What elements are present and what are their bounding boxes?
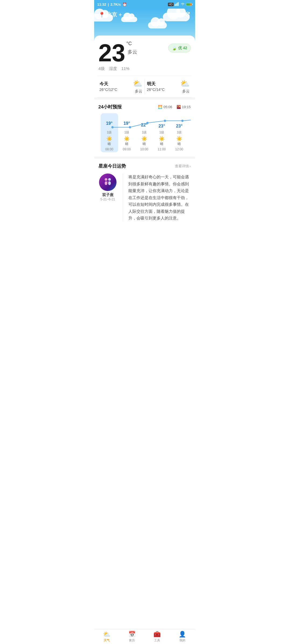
temp-unit: °C [126, 41, 132, 46]
hour-3-condition: 晴 [143, 142, 146, 146]
tomorrow-weather-icon: ⛅ [180, 79, 190, 88]
hour-1-condition: 晴 [108, 142, 111, 146]
forecast-row: 今天 26°C/12°C ⛅ 多云 明天 26°C/14°C ⛅ 多云 [97, 76, 192, 97]
sun-times: 🌅 05:06 🌇 19:15 [158, 105, 191, 109]
temperature: 23 [98, 41, 125, 65]
sunset-time: 🌇 19:15 [177, 105, 191, 109]
chart-row: 19° 1级 ☀️ 晴 08:00 19° 1级 ☀️ 晴 09:00 22° [98, 113, 191, 152]
today-label: 今天 [100, 81, 117, 87]
humidity-label: 湿度 [109, 66, 117, 71]
sunset-icon: 🌇 [177, 105, 181, 109]
svg-point-7 [164, 120, 166, 122]
hourly-scroll[interactable]: 19° 1级 ☀️ 晴 08:00 19° 1级 ☀️ 晴 09:00 22° [98, 113, 191, 152]
aqi-leaf-icon: 🍃 [172, 45, 177, 51]
hourly-inner: 19° 1级 ☀️ 晴 08:00 19° 1级 ☀️ 晴 09:00 22° [98, 113, 191, 152]
section-24h-header: 24小时预报 🌅 05:06 🌇 19:15 [98, 104, 191, 110]
hour-3-icon: ☀️ [141, 136, 147, 142]
tomorrow-temps: 26°C/14°C [147, 87, 165, 92]
signal-icon [175, 2, 179, 7]
temp-left: 23 °C 多云 [98, 41, 137, 65]
alarm-icon: ⏰ [122, 2, 127, 6]
wind-humidity: 4级 湿度 11% [98, 66, 191, 71]
hour-4-time: 11:00 [158, 147, 166, 151]
hour-3-time: 10:00 [140, 147, 148, 151]
weather-card: 23 °C 多云 🍃 优 42 4级 湿度 11% 今天 26° [94, 36, 195, 97]
network-speed: 2.7K/s [110, 2, 121, 6]
hour-1-icon: ☀️ [106, 136, 112, 142]
hour-2-condition: 晴 [125, 142, 128, 146]
city-name: 北京 [106, 11, 117, 18]
chevron-right-icon: › [189, 164, 191, 168]
sign-divider [123, 174, 123, 222]
horoscope-sign[interactable]: 双子座 5-21~6-21 [98, 174, 117, 222]
hour-2-icon: ☀️ [124, 136, 130, 142]
hour-5-icon: ☀️ [176, 136, 182, 142]
horoscope-section: 星座今日运势 查看详情 › 双子座 5-21~6-2 [94, 159, 195, 226]
aqi-badge[interactable]: 🍃 优 42 [168, 44, 191, 52]
tomorrow-right: ⛅ 多云 [180, 79, 190, 94]
today-right: ⛅ 多云 [133, 79, 142, 94]
view-detail-label: 查看详情 [175, 164, 189, 169]
section-24h: 24小时预报 🌅 05:06 🌇 19:15 [94, 100, 195, 157]
sunrise-time: 🌅 05:06 [158, 105, 172, 109]
hour-2-time: 09:00 [123, 147, 131, 151]
sign-icon [99, 174, 117, 191]
battery-icon [186, 3, 192, 6]
tomorrow-label: 明天 [147, 81, 165, 87]
location-pin-icon: 📍 [98, 12, 105, 18]
nav-spacer [94, 226, 195, 243]
time: 11:32 [97, 2, 106, 6]
sunrise-value: 05:06 [163, 105, 172, 109]
status-bar: 11:32 | 2.7K/s ⏰ HD [94, 0, 195, 9]
today-forecast[interactable]: 今天 26°C/12°C ⛅ 多云 [97, 79, 144, 94]
hd-badge: HD [168, 3, 173, 6]
today-temps: 26°C/12°C [100, 87, 117, 92]
temp-section: 23 °C 多云 🍃 优 42 [98, 41, 191, 65]
horoscope-title: 星座今日运势 [98, 163, 126, 169]
sign-name: 双子座 [102, 193, 114, 197]
horoscope-text: 将是充满好奇心的一天，可能会遇到很多新鲜有趣的事情。你会感到能量充沛，让你充满动… [128, 174, 191, 222]
refresh-button[interactable] [184, 11, 191, 19]
svg-rect-0 [175, 4, 175, 6]
hour-5-condition: 晴 [178, 142, 181, 146]
wifi-icon [181, 2, 185, 6]
separator: | [108, 2, 109, 6]
location-title[interactable]: 📍 北京 + [98, 11, 122, 18]
tomorrow-forecast[interactable]: 明天 26°C/14°C ⛅ 多云 [144, 79, 192, 94]
svg-point-6 [146, 122, 149, 124]
tomorrow-condition: 多云 [182, 89, 190, 94]
horoscope-header: 星座今日运势 查看详情 › [98, 163, 191, 169]
sunset-value: 19:15 [182, 105, 191, 109]
svg-point-8 [181, 120, 184, 122]
svg-rect-2 [177, 3, 178, 6]
sign-dates: 5-21~6-21 [100, 197, 115, 201]
hour-5-time: 12:00 [175, 147, 183, 151]
status-left: 11:32 | 2.7K/s ⏰ [97, 2, 127, 6]
svg-point-5 [129, 126, 131, 128]
section-divider-2 [94, 157, 195, 159]
sunrise-icon: 🌅 [158, 105, 162, 109]
today-weather-icon: ⛅ [133, 79, 142, 88]
view-detail-btn[interactable]: 查看详情 › [175, 164, 191, 169]
hour-4-icon: ☀️ [159, 136, 165, 142]
add-city-btn[interactable]: + [119, 11, 122, 18]
humidity-value: 11% [121, 66, 129, 71]
aqi-label: 优 42 [178, 46, 187, 51]
wind-level: 4级 [98, 66, 105, 71]
today-condition: 多云 [135, 89, 142, 94]
status-right: HD [168, 2, 192, 7]
hour-4-condition: 晴 [160, 142, 163, 146]
top-nav: 📍 北京 + [94, 9, 195, 21]
temp-right-info: °C 多云 [125, 41, 137, 55]
svg-point-12 [108, 178, 111, 181]
section-24h-title: 24小时预报 [98, 104, 122, 110]
svg-point-4 [111, 126, 114, 128]
hour-1-time: 08:00 [105, 147, 113, 151]
svg-rect-3 [178, 2, 179, 6]
horoscope-content: 双子座 5-21~6-21 将是充满好奇心的一天，可能会遇到很多新鲜有趣的事情。… [98, 174, 191, 222]
svg-rect-1 [176, 3, 177, 6]
svg-rect-14 [105, 182, 110, 182]
cloud-4 [148, 22, 167, 29]
temp-chart-svg [98, 113, 191, 132]
section-divider-1 [94, 97, 195, 100]
